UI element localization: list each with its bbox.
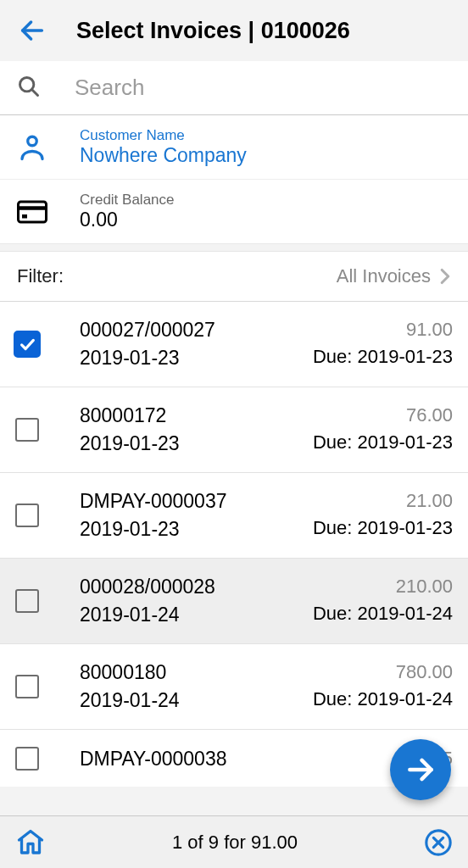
invoice-date: 2019-01-24 xyxy=(80,604,215,626)
invoice-amount: 780.00 xyxy=(313,661,453,683)
credit-balance-value: 0.00 xyxy=(80,209,451,231)
customer-info-section: Customer Name Nowhere Company Credit Bal… xyxy=(0,115,468,244)
page-title: Select Invoices | 0100026 xyxy=(76,18,350,44)
invoice-content: 000028/0000282019-01-24210.00Due: 2019-0… xyxy=(80,576,453,626)
svg-rect-4 xyxy=(19,202,47,222)
invoice-due: Due: 2019-01-23 xyxy=(313,517,453,539)
filter-row[interactable]: Filter: All Invoices xyxy=(0,251,468,302)
customer-name-row[interactable]: Customer Name Nowhere Company xyxy=(0,115,468,180)
invoice-list: 000027/0000272019-01-2391.00Due: 2019-01… xyxy=(0,302,468,787)
invoice-content: 800001722019-01-2376.00Due: 2019-01-23 xyxy=(80,404,453,455)
invoice-checkbox[interactable] xyxy=(14,331,41,358)
search-bar xyxy=(0,61,468,115)
invoice-due: Due: 2019-01-23 xyxy=(313,431,453,453)
svg-rect-6 xyxy=(22,214,27,219)
invoice-checkbox[interactable] xyxy=(15,675,39,698)
invoice-checkbox[interactable] xyxy=(15,589,39,613)
invoice-due: Due: 2019-01-24 xyxy=(313,688,453,710)
invoice-date: 2019-01-23 xyxy=(80,432,180,455)
arrow-left-icon xyxy=(18,16,47,45)
selection-summary: 1 of 9 for 91.00 xyxy=(47,832,422,854)
invoice-row[interactable]: 000028/0000282019-01-24210.00Due: 2019-0… xyxy=(0,559,468,644)
invoice-checkbox[interactable] xyxy=(15,418,39,442)
invoice-row[interactable]: 000027/0000272019-01-2391.00Due: 2019-01… xyxy=(0,302,468,387)
invoice-number: DMPAY-0000037 xyxy=(80,490,226,513)
invoice-amount: 21.00 xyxy=(313,490,453,512)
invoice-row[interactable]: DMPAY-00000372019-01-2321.00Due: 2019-01… xyxy=(0,473,468,559)
invoice-content: 000027/0000272019-01-2391.00Due: 2019-01… xyxy=(80,319,453,370)
invoice-number: 80000172 xyxy=(80,404,180,427)
customer-name-value: Nowhere Company xyxy=(80,144,451,167)
invoice-number: DMPAY-0000038 xyxy=(80,748,226,771)
home-icon xyxy=(15,827,46,858)
close-circle-icon xyxy=(424,828,453,857)
credit-card-icon xyxy=(15,195,49,229)
invoice-content: 800001802019-01-24780.00Due: 2019-01-24 xyxy=(80,661,453,712)
invoice-number: 80000180 xyxy=(80,661,180,684)
search-input[interactable] xyxy=(75,75,451,101)
invoice-date: 2019-01-23 xyxy=(80,518,226,541)
invoice-due: Due: 2019-01-23 xyxy=(313,346,453,368)
credit-balance-label: Credit Balance xyxy=(80,192,451,209)
invoice-due: Due: 2019-01-24 xyxy=(313,603,453,625)
invoice-checkbox[interactable] xyxy=(15,747,39,771)
check-icon xyxy=(18,335,36,353)
app-header: Select Invoices | 0100026 xyxy=(0,0,468,61)
filter-value: All Invoices xyxy=(337,265,451,287)
invoice-amount: 76.00 xyxy=(313,404,453,426)
credit-balance-row: Credit Balance 0.00 xyxy=(0,180,468,244)
chevron-right-icon xyxy=(439,268,451,285)
customer-name-label: Customer Name xyxy=(80,127,451,144)
arrow-right-icon xyxy=(404,754,437,786)
invoice-content: DMPAY-00000372019-01-2321.00Due: 2019-01… xyxy=(80,490,453,541)
invoice-row[interactable]: 800001722019-01-2376.00Due: 2019-01-23 xyxy=(0,387,468,473)
invoice-checkbox[interactable] xyxy=(15,504,39,527)
next-fab[interactable] xyxy=(390,739,451,800)
invoice-date: 2019-01-24 xyxy=(80,689,180,712)
search-icon xyxy=(17,75,44,102)
invoice-date: 2019-01-23 xyxy=(80,347,215,370)
back-button[interactable] xyxy=(17,15,47,46)
invoice-number: 000028/000028 xyxy=(80,576,215,598)
filter-label: Filter: xyxy=(17,265,64,287)
home-button[interactable] xyxy=(14,826,47,860)
invoice-amount: 91.00 xyxy=(313,319,453,341)
svg-point-3 xyxy=(28,136,37,146)
invoice-number: 000027/000027 xyxy=(80,319,215,342)
invoice-amount: 210.00 xyxy=(313,576,453,598)
svg-line-2 xyxy=(32,89,38,95)
person-icon xyxy=(15,131,49,164)
invoice-row[interactable]: 800001802019-01-24780.00Due: 2019-01-24 xyxy=(0,644,468,730)
bottom-bar: 1 of 9 for 91.00 xyxy=(0,815,468,868)
clear-button[interactable] xyxy=(422,826,454,859)
